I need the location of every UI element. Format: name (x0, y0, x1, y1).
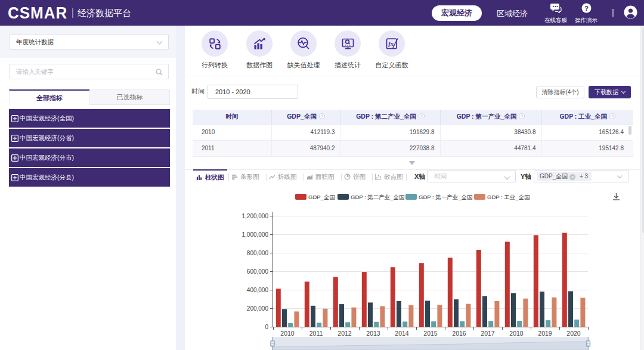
svg-text:2015: 2015 (423, 330, 438, 337)
svg-text:800,000: 800,000 (247, 250, 269, 256)
svg-text:1,200,000: 1,200,000 (242, 213, 269, 219)
svg-text:2016: 2016 (452, 330, 466, 337)
svg-text:2011: 2011 (309, 330, 323, 337)
svg-text:1,000,000: 1,000,000 (242, 231, 269, 238)
svg-text:fx: fx (388, 40, 394, 47)
svg-text:600,000: 600,000 (247, 268, 269, 275)
svg-text:400,000: 400,000 (247, 287, 269, 293)
svg-text:?: ? (584, 5, 588, 12)
svg-text:200,000: 200,000 (247, 305, 269, 312)
svg-text:2019: 2019 (538, 330, 552, 337)
svg-text:2012: 2012 (338, 330, 352, 337)
svg-text:2014: 2014 (395, 330, 409, 337)
svg-text:2020: 2020 (566, 330, 581, 337)
svg-text:2018: 2018 (509, 330, 524, 337)
svg-text:2017: 2017 (481, 330, 495, 337)
svg-text:0: 0 (265, 324, 268, 330)
svg-text:2010: 2010 (280, 330, 295, 337)
svg-text:2013: 2013 (366, 330, 380, 337)
